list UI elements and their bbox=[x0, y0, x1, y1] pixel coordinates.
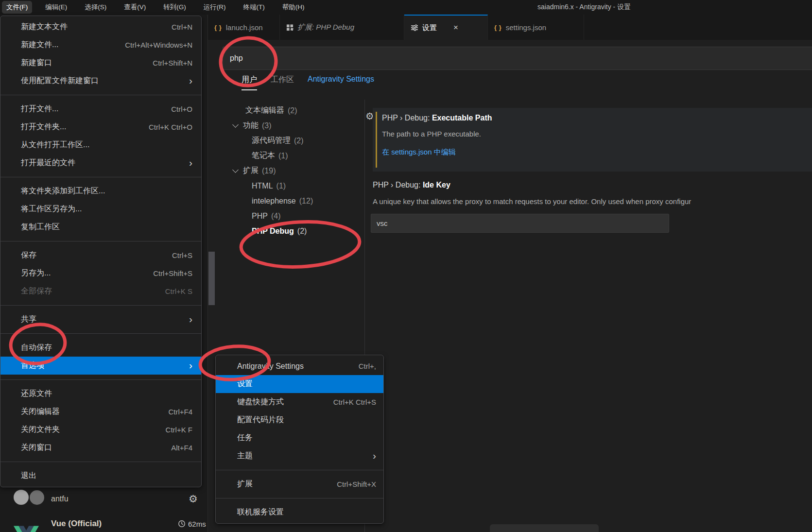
setting-description: A unique key that allows the proxy to ma… bbox=[373, 197, 810, 206]
toc-extensions[interactable]: 扩展(19) bbox=[232, 163, 364, 178]
setting-executable-path: PHP › Debug: Executable Path The path to… bbox=[373, 108, 812, 172]
toc-text-editor[interactable]: 文本编辑器(2) bbox=[232, 103, 364, 118]
submenu-item-antigravity-settings[interactable]: Antigravity SettingsCtrl+, bbox=[216, 357, 383, 375]
menubar-item-go[interactable]: 转到(G) bbox=[159, 1, 190, 14]
title-bar: 文件(F) 编辑(E) 选择(S) 查看(V) 转到(G) 运行(R) 终端(T… bbox=[0, 0, 812, 15]
menubar-item-file[interactable]: 文件(F) bbox=[2, 1, 32, 14]
settings-toc: 文本编辑器(2) 功能(3) 源代码管理(2) 笔记本(1) 扩展(19) HT… bbox=[232, 103, 364, 239]
submenu-arrow-icon: › bbox=[189, 314, 192, 324]
setting-description: The path to a PHP executable. bbox=[382, 130, 481, 138]
ide-key-input[interactable] bbox=[371, 214, 669, 233]
tab-extension-php-debug[interactable]: 扩展: PHP Debug bbox=[280, 15, 404, 40]
menu-item-open-workspace-from-file[interactable]: 从文件打开工作区... bbox=[0, 136, 201, 154]
submenu-item-configure-snippets[interactable]: 配置代码片段 bbox=[216, 411, 383, 429]
submenu-item-online-services-settings[interactable]: 联机服务设置 bbox=[216, 503, 383, 521]
menu-separator bbox=[0, 241, 201, 241]
gear-icon[interactable]: ⚙ bbox=[189, 493, 198, 505]
toc-php-debug[interactable]: PHP Debug(2) bbox=[232, 223, 364, 239]
menu-item-duplicate-workspace[interactable]: 复制工作区 bbox=[0, 218, 201, 236]
menu-separator bbox=[0, 333, 201, 334]
submenu-item-keyboard-shortcuts[interactable]: 键盘快捷方式Ctrl+K Ctrl+S bbox=[216, 393, 383, 411]
close-icon[interactable]: × bbox=[453, 23, 458, 33]
menu-separator bbox=[0, 177, 201, 177]
vue-logo-icon bbox=[14, 526, 39, 532]
menubar-item-edit[interactable]: 编辑(E) bbox=[41, 1, 71, 14]
toc-php[interactable]: PHP(4) bbox=[232, 208, 364, 223]
setting-title: PHP › Debug: Executable Path bbox=[382, 114, 492, 122]
menubar-item-selection[interactable]: 选择(S) bbox=[80, 1, 111, 14]
submenu-item-settings[interactable]: 设置 bbox=[216, 375, 383, 393]
menu-item-save-all: 全部保存Ctrl+K S bbox=[0, 282, 201, 300]
menu-item-save-as[interactable]: 另存为...Ctrl+Shift+S bbox=[0, 264, 201, 282]
menu-item-open-file[interactable]: 打开文件...Ctrl+O bbox=[0, 100, 201, 118]
scope-tab-user[interactable]: 用户 bbox=[242, 75, 257, 90]
scope-tab-workspace[interactable]: 工作区 bbox=[271, 75, 294, 89]
menubar-item-terminal[interactable]: 终端(T) bbox=[239, 1, 269, 14]
menu-item-revert-file[interactable]: 还原文件 bbox=[0, 385, 201, 403]
menu-item-new-text-file[interactable]: 新建文本文件Ctrl+N bbox=[0, 18, 201, 36]
toc-intelephense[interactable]: intelephense(12) bbox=[232, 193, 364, 208]
menu-item-close-folder[interactable]: 关闭文件夹Ctrl+K F bbox=[0, 421, 201, 439]
menu-separator bbox=[0, 462, 201, 462]
menubar-item-view[interactable]: 查看(V) bbox=[120, 1, 150, 14]
menu-separator bbox=[216, 470, 383, 470]
menu-item-new-window-with-profile[interactable]: 使用配置文件新建窗口› bbox=[0, 72, 201, 90]
submenu-item-themes[interactable]: 主题› bbox=[216, 447, 383, 465]
tab-settings-json[interactable]: { } settings.json bbox=[488, 15, 584, 40]
edit-in-settings-json-link[interactable]: 在 settings.json 中编辑 bbox=[382, 148, 456, 157]
preferences-submenu: Antigravity SettingsCtrl+, 设置 键盘快捷方式Ctrl… bbox=[215, 355, 384, 524]
menu-item-close-editor[interactable]: 关闭编辑器Ctrl+F4 bbox=[0, 403, 201, 421]
setting-title: PHP › Debug: Ide Key bbox=[373, 181, 450, 189]
menu-item-new-window[interactable]: 新建窗口Ctrl+Shift+N bbox=[0, 54, 201, 72]
json-braces-icon: { } bbox=[494, 24, 502, 31]
tab-bar: { } lanuch.json 扩展: PHP Debug 设置 × { } s… bbox=[208, 15, 812, 40]
submenu-arrow-icon: › bbox=[189, 360, 192, 370]
menu-separator bbox=[0, 95, 201, 95]
toc-html[interactable]: HTML(1) bbox=[232, 178, 364, 193]
antigravity-settings-link[interactable]: Antigravity Settings bbox=[308, 75, 374, 88]
submenu-arrow-icon: › bbox=[189, 75, 192, 86]
submenu-item-extensions[interactable]: 扩展Ctrl+Shift+X bbox=[216, 475, 383, 493]
settings-search-input[interactable] bbox=[223, 47, 812, 70]
menu-item-exit[interactable]: 退出 bbox=[0, 467, 201, 485]
extension-row-antfu[interactable]: antfu bbox=[51, 495, 69, 503]
menu-item-save-workspace-as[interactable]: 将工作区另存为... bbox=[0, 200, 201, 218]
extension-load-time: 62ms bbox=[188, 520, 206, 528]
menu-item-save[interactable]: 保存Ctrl+S bbox=[0, 246, 201, 264]
menu-item-preferences[interactable]: 首选项› bbox=[0, 357, 201, 375]
menu-separator bbox=[0, 305, 201, 306]
scrollbar-thumb[interactable] bbox=[208, 252, 215, 305]
tab-lanuch-json[interactable]: { } lanuch.json bbox=[208, 15, 280, 40]
submenu-arrow-icon: › bbox=[189, 157, 192, 168]
json-braces-icon: { } bbox=[214, 24, 222, 31]
submenu-arrow-icon: › bbox=[373, 450, 376, 461]
menu-item-open-folder[interactable]: 打开文件夹...Ctrl+K Ctrl+O bbox=[0, 118, 201, 136]
partial-overlay-element bbox=[490, 524, 599, 532]
window-title: saiadmin6.x - Antigravity - 设置 bbox=[537, 3, 631, 12]
menu-item-new-file[interactable]: 新建文件...Ctrl+Alt+Windows+N bbox=[0, 36, 201, 54]
tab-settings[interactable]: 设置 × bbox=[404, 15, 488, 40]
settings-scope-tabs: 用户 工作区 Antigravity Settings bbox=[242, 75, 374, 90]
menubar-item-help[interactable]: 帮助(H) bbox=[278, 1, 309, 14]
menubar-item-run[interactable]: 运行(R) bbox=[199, 1, 230, 14]
menu-item-open-recent[interactable]: 打开最近的文件› bbox=[0, 154, 201, 172]
modified-indicator bbox=[376, 112, 377, 168]
settings-sliders-icon bbox=[411, 24, 418, 32]
menu-item-auto-save[interactable]: 自动保存 bbox=[0, 339, 201, 357]
toc-scm[interactable]: 源代码管理(2) bbox=[232, 133, 364, 148]
extension-row-vue-official[interactable]: Vue (Official) bbox=[51, 519, 102, 529]
toc-notebook[interactable]: 笔记本(1) bbox=[232, 148, 364, 163]
history-clock-icon bbox=[178, 520, 186, 530]
menu-separator bbox=[216, 498, 383, 498]
menu-item-share[interactable]: 共享› bbox=[0, 310, 201, 328]
submenu-item-tasks[interactable]: 任务 bbox=[216, 429, 383, 447]
chevron-down-icon bbox=[232, 121, 239, 128]
menu-item-close-window[interactable]: 关闭窗口Alt+F4 bbox=[0, 439, 201, 457]
extension-icon bbox=[286, 24, 294, 31]
file-menu: 新建文本文件Ctrl+N 新建文件...Ctrl+Alt+Windows+N 新… bbox=[0, 16, 202, 487]
avatar bbox=[14, 490, 29, 505]
menu-separator bbox=[0, 379, 201, 380]
menu-item-add-folder-to-workspace[interactable]: 将文件夹添加到工作区... bbox=[0, 182, 201, 200]
avatar bbox=[30, 490, 44, 505]
toc-features[interactable]: 功能(3) bbox=[232, 118, 364, 133]
